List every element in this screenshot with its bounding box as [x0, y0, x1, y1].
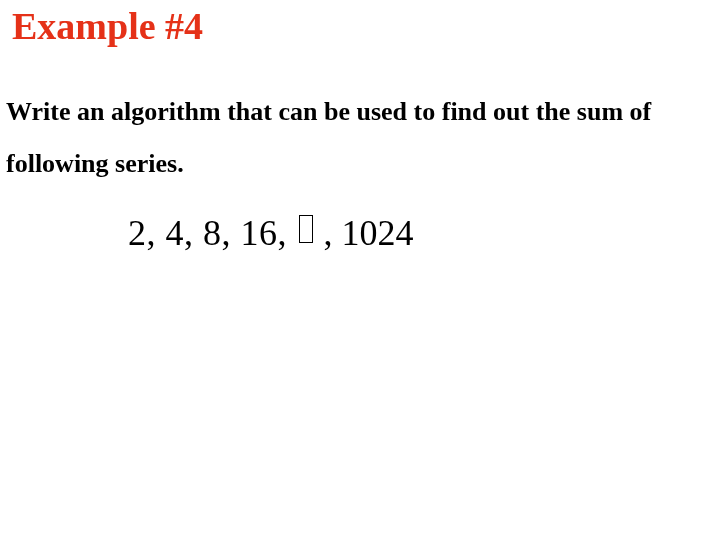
problem-statement: Write an algorithm that can be used to f…	[6, 86, 706, 190]
slide: Example #4 Write an algorithm that can b…	[0, 0, 720, 540]
series-expression: 2, 4, 8, 16, , 1024	[128, 212, 414, 254]
series-suffix: , 1024	[315, 213, 414, 253]
slide-title: Example #4	[12, 4, 203, 48]
ellipsis-icon	[299, 215, 313, 243]
series-prefix: 2, 4, 8, 16,	[128, 213, 297, 253]
